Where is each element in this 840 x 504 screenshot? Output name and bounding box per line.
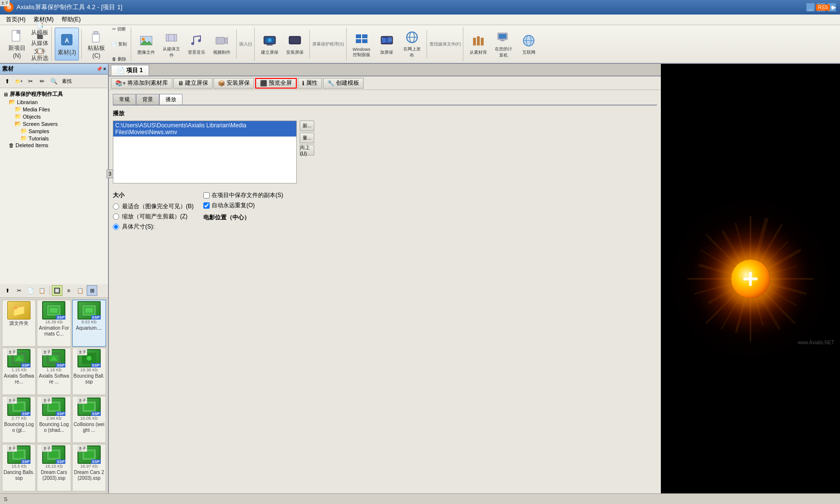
sidebar-item-screen-savers[interactable]: 📂 Screen Savers (1, 120, 107, 127)
add-screensaver-button[interactable]: 加屏 加屏保 (375, 28, 399, 61)
sidebar-delete-button[interactable]: ✂ (25, 76, 36, 87)
add-to-lib-button[interactable]: 📚+ 将添加到素材库 (111, 78, 172, 89)
project-layout: 📄 项目 1 📚+ 将添加到素材库 🖥 建立屏保 📦 (109, 64, 661, 493)
folder-icon: 📁 (7, 301, 31, 320)
size-section: 大小 最适合（图像完全可见）(B) 缩放（可能产生剪裁）(Z) (113, 191, 194, 233)
thumb-list-button[interactable]: ≡ (63, 285, 74, 296)
sidebar-item-librarian[interactable]: 📂 Librarian (1, 98, 107, 106)
sidebar-item-media-files[interactable]: 📁 Media Files (1, 106, 107, 113)
thumb-dream-cars[interactable]: SSP 主子 16.15 Kb Dream Cars (2003).ssp (37, 444, 71, 491)
tab-playback[interactable]: 播放 (159, 94, 183, 105)
save-copy-row: 在项目中保存文件的副本(S) (203, 191, 283, 199)
add-to-lib-icon: 📚+ (115, 80, 126, 87)
sidebar-search-button[interactable]: 🔍 (48, 76, 59, 87)
preview-fullscreen-button[interactable]: ⬛ 预览全屏 (255, 78, 297, 89)
svg-rect-50 (14, 451, 24, 458)
svg-rect-34 (499, 34, 506, 39)
video-button[interactable]: 视频制作 (210, 28, 234, 61)
create-mask-button[interactable]: 🔧 创建模板 (323, 78, 364, 89)
publish-button[interactable]: 在网上发布 (400, 28, 424, 61)
tab-general[interactable]: 常规 (113, 94, 136, 105)
sidebar: 素材 📌 × ⬆ 📁+ ✂ ✏ 🔍 素找 🖥 屏幕保护程序制作工具 (0, 64, 109, 493)
thumb-bouncing-logo-gl[interactable]: SSP 主子 2.77 Kb Bouncing Logo (gl... (2, 396, 36, 443)
svg-rect-40 (50, 308, 58, 313)
install-screen-button[interactable]: 📦 安装屏保 (214, 78, 254, 89)
setup-screen-button[interactable]: 🖥 建立屏保 (173, 78, 213, 89)
best-fit-radio[interactable] (113, 203, 119, 210)
sidebar-close[interactable]: × (103, 66, 106, 72)
fullscreen-button[interactable]: 安装屏保 (283, 28, 307, 61)
sidebar-item-samples[interactable]: 📁 Samples (1, 127, 107, 135)
insert-group: 图像文件 从媒体文件 背景音乐 视频制作 插入(I) (132, 27, 255, 61)
playback-volume-button[interactable]: 量... (300, 133, 314, 143)
copy-button[interactable]: 📄 复制 (109, 37, 129, 51)
thumb-cut-button[interactable]: ✂ (14, 285, 24, 296)
windows-group: Windows 控制面板 加屏 加屏保 在网上发布 查找媒体文件(F) (348, 27, 464, 61)
new-icon (9, 29, 25, 43)
from-material-button[interactable]: 从媒体文件 (159, 28, 183, 61)
sidebar-rename-button[interactable]: ✏ (37, 76, 47, 87)
preview-fullscreen-icon: ⬛ (260, 80, 267, 87)
install-screen-icon: 📦 (218, 80, 225, 87)
thumb-axialis2[interactable]: SSP 主子 1.16 Kb Axialis Software ... (37, 348, 71, 395)
thumb-animation-formats[interactable]: SSP 主子 16.39 Kb Animation Formats C... (37, 300, 71, 347)
thumb-dream-cars-2[interactable]: SSP 主子 16.97 Kb Dream Cars 2 (2003).ssp (72, 444, 106, 491)
thumb-copy-button[interactable]: 📄 (25, 285, 36, 296)
specific-radio[interactable] (113, 224, 119, 230)
playback-new-button[interactable]: 新... (300, 121, 314, 131)
svg-rect-5 (92, 33, 99, 42)
thumb-up-button[interactable]: ⬆ (2, 285, 13, 296)
screensaver-label: 屏幕保护程序(S) (312, 41, 344, 47)
best-fit-row: 最适合（图像完全可见）(B) (113, 202, 194, 211)
image-icon (138, 33, 154, 48)
menu-help[interactable]: 帮助(E) (58, 15, 85, 25)
sidebar-up-button[interactable]: ⬆ (2, 76, 13, 87)
windows-control-button[interactable]: Windows 控制面板 (350, 28, 374, 61)
internet-button[interactable]: 互联网 (517, 28, 541, 61)
playback-file-list[interactable]: C:\Users\ASUS\Documents\Axialis Libraria… (113, 121, 297, 183)
paste-button[interactable]: 粘贴板(C) (84, 28, 108, 61)
sidebar-new-folder-button[interactable]: 📁+ (14, 76, 24, 87)
image-button[interactable]: 图像文件 (134, 28, 158, 61)
zoom-radio[interactable] (113, 214, 119, 220)
on-computer-button[interactable]: 在您的计算机 (491, 28, 516, 61)
thumb-bouncing-ball[interactable]: SSP 主子 19.36 Kb Bouncing Ball.ssp (72, 348, 106, 395)
thumb-collisions[interactable]: SSP 主子 10.05 Kb Collisions (weight ... (72, 396, 106, 443)
svg-rect-48 (49, 403, 59, 410)
add-element-button[interactable]: A 素材(J) (55, 28, 79, 61)
sidebar-item-objects[interactable]: 📁 Objects (1, 113, 107, 120)
thumb-details-button[interactable]: 📋 (75, 285, 86, 296)
thumb-paste-button[interactable]: 📋 (37, 285, 47, 296)
thumb-aquarium[interactable]: SSP 主子 8.53 Kb Aquarium.... (72, 300, 106, 347)
thumb-large-button[interactable]: ⊞ (87, 285, 97, 296)
new-button[interactable]: 新项目(N) (5, 28, 29, 61)
save-copy-checkbox[interactable] (203, 192, 210, 199)
properties-button[interactable]: ℹ 属性 (298, 78, 322, 89)
setup-screen-icon: 🖥 (178, 80, 183, 87)
bottom-sections: 大小 最适合（图像完全可见）(B) 缩放（可能产生剪裁）(Z) (113, 187, 657, 233)
thumb-dancing-balls[interactable]: SSP 主子 15.5 Kb Dancing Balls.ssp (2, 444, 36, 491)
thumb-axialis1[interactable]: SSP 主子 1.15 Kb Axialis Software... (2, 348, 36, 395)
setup-screensaver-button[interactable]: 建立屏保 (258, 28, 282, 61)
sidebar-pin[interactable]: 📌 (96, 66, 102, 72)
specific-row: 具体尺寸(S): (113, 223, 194, 231)
sidebar-item-screensaver-tools[interactable]: 🖥 屏幕保护程序制作工具 (1, 90, 107, 98)
screensaver-group: 建立屏保 安装屏保 屏幕保护程序(S) (256, 27, 347, 61)
svg-rect-22 (356, 39, 361, 43)
thumb-bouncing-logo-shad[interactable]: SSP 主子 2.94 Kb Bouncing Logo (shad... (37, 396, 71, 443)
thumb-size-button[interactable]: 🔲 (52, 285, 62, 296)
sidebar-item-deleted[interactable]: 🗑 Deleted Items (1, 142, 107, 149)
playback-up-button[interactable]: 向上(U) (300, 145, 314, 155)
project-tab-1[interactable]: 📄 项目 1 (111, 65, 149, 76)
background-music-button[interactable]: 背景音乐 (184, 28, 209, 61)
tab-background[interactable]: 背景 (136, 94, 159, 105)
rss-area[interactable]: RSS ▶ (812, 0, 840, 15)
from-lib-button[interactable]: 从素材库 (466, 28, 490, 61)
best-fit-label: 最适合（图像完全可见）(B) (122, 202, 194, 211)
auto-loop-checkbox[interactable] (203, 202, 210, 209)
playback-item-0[interactable]: C:\Users\ASUS\Documents\Axialis Libraria… (113, 121, 296, 137)
thumb-source-folder[interactable]: 📁 源文件夹 (2, 300, 36, 347)
menu-home[interactable]: 首页(H) (2, 15, 30, 25)
cut-button[interactable]: ✂ 切断 (109, 22, 129, 36)
sidebar-item-tutorials[interactable]: 📁 Tutorials (1, 135, 107, 142)
